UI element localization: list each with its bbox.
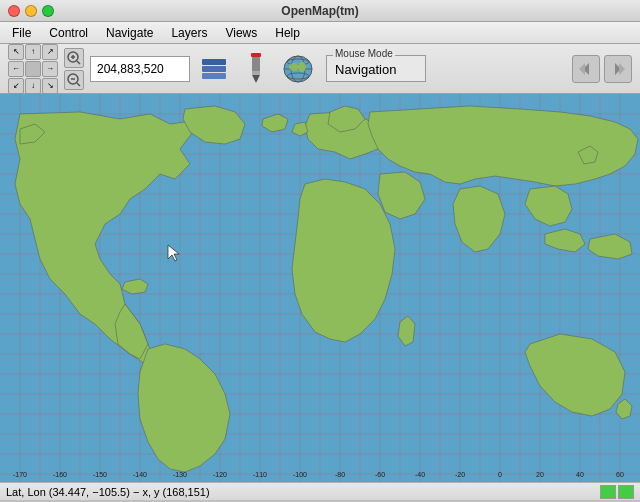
svg-point-20: [298, 62, 306, 72]
svg-text:-120: -120: [213, 471, 227, 478]
minimize-button[interactable]: [25, 5, 37, 17]
menu-navigate[interactable]: Navigate: [98, 24, 161, 42]
menu-bar: File Control Navigate Layers Views Help: [0, 22, 640, 44]
svg-text:-60: -60: [375, 471, 385, 478]
forward-button[interactable]: [604, 55, 632, 83]
pan-up-right-button[interactable]: ↗: [42, 44, 58, 60]
pan-up-button[interactable]: ↑: [25, 44, 41, 60]
window-title: OpenMap(tm): [281, 4, 358, 18]
maximize-button[interactable]: [42, 5, 54, 17]
mouse-mode-label: Mouse Mode: [333, 48, 395, 59]
svg-point-19: [289, 63, 299, 71]
layers-button[interactable]: [196, 51, 232, 87]
svg-text:-170: -170: [13, 471, 27, 478]
svg-rect-11: [252, 71, 260, 75]
svg-text:-110: -110: [253, 471, 267, 478]
svg-rect-7: [202, 59, 226, 65]
map-container[interactable]: -170 -160 -150 -140 -130 -120 -110 -100 …: [0, 94, 640, 482]
svg-text:60: 60: [616, 471, 624, 478]
scale-value: 204,883,520: [97, 62, 164, 76]
svg-line-1: [77, 61, 80, 64]
indicator-green: [600, 485, 616, 499]
svg-marker-22: [579, 63, 585, 75]
mouse-mode-display: Mouse Mode Navigation: [326, 55, 426, 82]
map-svg: -170 -160 -150 -140 -130 -120 -110 -100 …: [0, 94, 640, 482]
svg-text:40: 40: [576, 471, 584, 478]
mouse-mode-value: Navigation: [335, 58, 417, 77]
svg-text:-130: -130: [173, 471, 187, 478]
globe-button[interactable]: [280, 51, 316, 87]
svg-text:-40: -40: [415, 471, 425, 478]
svg-text:-80: -80: [335, 471, 345, 478]
window-controls[interactable]: [8, 5, 54, 17]
svg-text:20: 20: [536, 471, 544, 478]
svg-rect-8: [202, 66, 226, 72]
menu-views[interactable]: Views: [217, 24, 265, 42]
pan-up-left-button[interactable]: ↖: [8, 44, 24, 60]
svg-rect-13: [251, 53, 261, 57]
svg-text:-160: -160: [53, 471, 67, 478]
svg-text:-100: -100: [293, 471, 307, 478]
svg-rect-9: [202, 73, 226, 79]
menu-file[interactable]: File: [4, 24, 39, 42]
back-button[interactable]: [572, 55, 600, 83]
status-bar: Lat, Lon (34.447, −105.5) − x, y (168,15…: [0, 482, 640, 500]
zoom-out-button[interactable]: [64, 70, 84, 90]
history-navigation: [572, 55, 632, 83]
close-button[interactable]: [8, 5, 20, 17]
svg-text:0: 0: [498, 471, 502, 478]
scale-display: 204,883,520: [90, 56, 190, 82]
pan-down-button[interactable]: ↓: [25, 78, 41, 94]
pan-right-button[interactable]: →: [42, 61, 58, 77]
toolbar: ↖ ↑ ↗ ← → ↙ ↓ ↘: [0, 44, 640, 94]
menu-control[interactable]: Control: [41, 24, 96, 42]
svg-marker-12: [252, 75, 260, 83]
status-indicators: [600, 485, 634, 499]
pan-down-right-button[interactable]: ↘: [42, 78, 58, 94]
svg-marker-24: [619, 63, 625, 75]
zoom-controls: [64, 48, 84, 90]
title-bar: OpenMap(tm): [0, 0, 640, 22]
edit-button[interactable]: [238, 51, 274, 87]
pan-center-button[interactable]: [25, 61, 41, 77]
pan-controls: ↖ ↑ ↗ ← → ↙ ↓ ↘: [8, 44, 58, 94]
zoom-in-button[interactable]: [64, 48, 84, 68]
svg-text:-140: -140: [133, 471, 147, 478]
svg-rect-10: [252, 55, 260, 73]
svg-text:-150: -150: [93, 471, 107, 478]
svg-line-5: [77, 83, 80, 86]
indicator-green-2: [618, 485, 634, 499]
menu-help[interactable]: Help: [267, 24, 308, 42]
pan-down-left-button[interactable]: ↙: [8, 78, 24, 94]
svg-text:-20: -20: [455, 471, 465, 478]
pan-left-button[interactable]: ←: [8, 61, 24, 77]
coordinates-display: Lat, Lon (34.447, −105.5) − x, y (168,15…: [6, 486, 210, 498]
menu-layers[interactable]: Layers: [163, 24, 215, 42]
